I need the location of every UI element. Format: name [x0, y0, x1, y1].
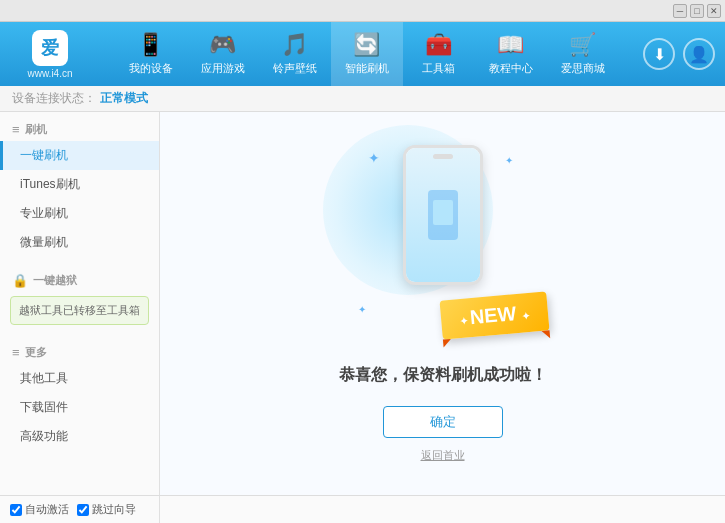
auto-promote-checkbox[interactable]: 自动激活 — [10, 502, 69, 517]
new-banner: NEW — [439, 291, 549, 339]
sidebar-item-itunes-flash[interactable]: iTunes刷机 — [0, 170, 159, 199]
nav-ringtones[interactable]: 🎵 铃声壁纸 — [259, 22, 331, 86]
ringtones-icon: 🎵 — [281, 32, 308, 58]
nav-my-device-label: 我的设备 — [129, 61, 173, 76]
main-area: ≡ 刷机 一键刷机 iTunes刷机 专业刷机 微量刷机 🔒 一键越狱 — [0, 112, 725, 495]
logo-site: www.i4.cn — [27, 68, 72, 79]
app-games-icon: 🎮 — [209, 32, 236, 58]
store-icon: 🛒 — [569, 32, 596, 58]
sidebar-section-flash: ≡ 刷机 一键刷机 iTunes刷机 专业刷机 微量刷机 — [0, 112, 159, 263]
jailbreak-notice: 越狱工具已转移至工具箱 — [10, 296, 149, 325]
download-button[interactable]: ⬇ — [643, 38, 675, 70]
nav-my-device[interactable]: 📱 我的设备 — [115, 22, 187, 86]
header-actions: ⬇ 👤 — [643, 38, 715, 70]
window-controls: ─ □ ✕ — [673, 4, 721, 18]
phone-screen — [406, 148, 480, 282]
nav-store-label: 爱思商城 — [561, 61, 605, 76]
svg-rect-1 — [433, 200, 453, 225]
smart-flash-icon: 🔄 — [353, 32, 380, 58]
skip-guide-input[interactable] — [77, 504, 89, 516]
bottom-panel: 自动激活 跳过向导 📱 iPhone 12 mini 64GB Down-12m… — [0, 495, 725, 523]
flash-section-icon: ≡ — [12, 122, 20, 137]
nav-tutorial[interactable]: 📖 教程中心 — [475, 22, 547, 86]
nav-toolbox[interactable]: 🧰 工具箱 — [403, 22, 475, 86]
bottom-center — [160, 496, 725, 523]
content-area: NEW ✦ ✦ ✦ 恭喜您，保资料刷机成功啦！ 确定 返回首业 — [160, 112, 725, 495]
sidebar-section-more-title: ≡ 更多 — [0, 341, 159, 364]
logo-icon: 爱 — [32, 30, 68, 66]
skip-guide-checkbox[interactable]: 跳过向导 — [77, 502, 136, 517]
nav-toolbox-label: 工具箱 — [422, 61, 455, 76]
tutorial-icon: 📖 — [497, 32, 524, 58]
main-nav: 📱 我的设备 🎮 应用游戏 🎵 铃声壁纸 🔄 智能刷机 🧰 工具箱 📖 教程中心… — [90, 22, 643, 86]
nav-tutorial-label: 教程中心 — [489, 61, 533, 76]
checkbox-row: 自动激活 跳过向导 — [10, 502, 149, 517]
status-label: 设备连接状态： — [12, 90, 96, 107]
sparkle-3: ✦ — [358, 304, 366, 315]
phone-body — [403, 145, 483, 285]
maximize-button[interactable]: □ — [690, 4, 704, 18]
nav-store[interactable]: 🛒 爱思商城 — [547, 22, 619, 86]
sidebar-section-jailbreak: 🔒 一键越狱 越狱工具已转移至工具箱 — [0, 263, 159, 335]
bottom-left-panel: 自动激活 跳过向导 📱 iPhone 12 mini 64GB Down-12m… — [0, 496, 160, 523]
sidebar-section-jailbreak-title: 🔒 一键越狱 — [0, 269, 159, 292]
success-text: 恭喜您，保资料刷机成功啦！ — [339, 365, 547, 386]
lock-icon: 🔒 — [12, 273, 28, 288]
confirm-button[interactable]: 确定 — [383, 406, 503, 438]
more-section-icon: ≡ — [12, 345, 20, 360]
sidebar-item-pro-flash[interactable]: 专业刷机 — [0, 199, 159, 228]
phone-notch — [433, 154, 453, 159]
sidebar-item-advanced[interactable]: 高级功能 — [0, 422, 159, 451]
sidebar-item-download-firmware[interactable]: 下载固件 — [0, 393, 159, 422]
my-device-icon: 📱 — [137, 32, 164, 58]
nav-app-games-label: 应用游戏 — [201, 61, 245, 76]
auto-promote-input[interactable] — [10, 504, 22, 516]
status-bar: 设备连接状态： 正常模式 — [0, 86, 725, 112]
account-button[interactable]: 👤 — [683, 38, 715, 70]
header: 爱 www.i4.cn 📱 我的设备 🎮 应用游戏 🎵 铃声壁纸 🔄 智能刷机 … — [0, 22, 725, 86]
toolbox-icon: 🧰 — [425, 32, 452, 58]
sidebar-item-save-flash[interactable]: 微量刷机 — [0, 228, 159, 257]
title-bar: ─ □ ✕ — [0, 0, 725, 22]
sidebar-section-more: ≡ 更多 其他工具 下载固件 高级功能 — [0, 335, 159, 457]
success-illustration: NEW ✦ ✦ ✦ — [353, 145, 533, 345]
sidebar-section-flash-title: ≡ 刷机 — [0, 118, 159, 141]
minimize-button[interactable]: ─ — [673, 4, 687, 18]
back-link[interactable]: 返回首业 — [421, 448, 465, 463]
sparkle-1: ✦ — [368, 150, 380, 166]
nav-ringtones-label: 铃声壁纸 — [273, 61, 317, 76]
status-value: 正常模式 — [100, 90, 148, 107]
nav-smart-flash-label: 智能刷机 — [345, 61, 389, 76]
sidebar-item-one-click-flash[interactable]: 一键刷机 — [0, 141, 159, 170]
nav-smart-flash[interactable]: 🔄 智能刷机 — [331, 22, 403, 86]
sidebar: ≡ 刷机 一键刷机 iTunes刷机 专业刷机 微量刷机 🔒 一键越狱 — [0, 112, 160, 495]
logo[interactable]: 爱 www.i4.cn — [10, 30, 90, 79]
nav-app-games[interactable]: 🎮 应用游戏 — [187, 22, 259, 86]
sidebar-item-other-tools[interactable]: 其他工具 — [0, 364, 159, 393]
sparkle-2: ✦ — [505, 155, 513, 166]
close-button[interactable]: ✕ — [707, 4, 721, 18]
